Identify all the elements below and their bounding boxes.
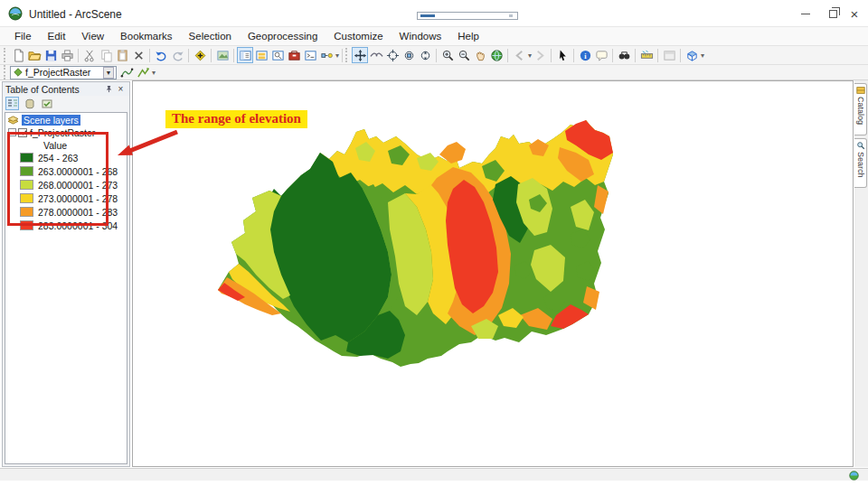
3d-view-settings-icon[interactable] xyxy=(684,47,700,63)
viewer-window-icon[interactable] xyxy=(661,47,677,63)
new-document-icon[interactable] xyxy=(10,47,26,63)
layer-dropdown-value: f_ProjectRaster xyxy=(25,67,103,78)
delete-icon[interactable] xyxy=(130,47,146,63)
arcscene-window: Untitled - ArcScene × File Edit View Boo… xyxy=(0,0,868,495)
restore-button[interactable] xyxy=(821,5,844,22)
minimize-button[interactable] xyxy=(794,5,817,22)
center-on-target-icon[interactable] xyxy=(384,47,401,63)
search-icon xyxy=(856,141,865,150)
scene-layers-item[interactable]: Scene layers xyxy=(5,114,127,126)
list-by-visibility-icon[interactable] xyxy=(40,97,53,110)
interpolate-line-icon[interactable] xyxy=(118,64,135,80)
toc-header: Table of Contents × xyxy=(3,82,129,96)
pin-icon xyxy=(105,85,113,93)
layer-icon xyxy=(13,67,24,78)
status-bar xyxy=(0,468,868,481)
catalog-icon xyxy=(856,86,865,95)
redo-icon[interactable] xyxy=(169,47,185,63)
close-panel-button[interactable]: × xyxy=(115,84,127,95)
menu-bar: File Edit View Bookmarks Selection Geopr… xyxy=(0,27,868,45)
menu-geoprocessing[interactable]: Geoprocessing xyxy=(241,29,325,43)
right-dock-strip: Catalog Search xyxy=(854,80,868,467)
previous-extent-icon[interactable] xyxy=(511,47,527,63)
dropdown-arrow-icon[interactable]: ▼ xyxy=(103,67,114,79)
menu-help[interactable]: Help xyxy=(450,29,486,43)
menu-view[interactable]: View xyxy=(74,29,111,43)
measure-icon[interactable] xyxy=(638,47,655,63)
catalog-tab-label: Catalog xyxy=(856,97,865,125)
list-by-drawing-order-icon[interactable] xyxy=(5,97,19,110)
toc-title: Table of Contents xyxy=(5,84,103,95)
menu-customize[interactable]: Customize xyxy=(326,29,390,43)
zoom-out-icon[interactable] xyxy=(456,47,472,63)
open-folder-icon[interactable] xyxy=(26,47,42,63)
toolbar-grip[interactable] xyxy=(345,48,349,62)
toc-toolbar xyxy=(3,96,129,111)
annotation-label: The range of elevation xyxy=(165,110,307,128)
print-icon[interactable] xyxy=(59,47,75,63)
toolbar-overflow-icon[interactable]: ▾ xyxy=(701,51,704,60)
zoom-in-icon[interactable] xyxy=(439,47,456,63)
search-window-icon[interactable] xyxy=(269,47,286,63)
standard-toolbar: ▾ ▾ i ▾ xyxy=(0,45,868,65)
zoom-to-target-icon[interactable] xyxy=(401,47,417,63)
pan-icon[interactable] xyxy=(472,47,488,63)
add-data-icon[interactable] xyxy=(192,47,208,63)
toolbar-overflow-icon[interactable]: ▾ xyxy=(335,51,339,60)
restore-icon xyxy=(829,10,837,18)
analyst-toolbar: f_ProjectRaster ▼ ▾ xyxy=(0,65,868,80)
menu-bookmarks[interactable]: Bookmarks xyxy=(113,29,180,43)
globe-status-icon xyxy=(849,471,859,481)
pin-button[interactable] xyxy=(103,84,115,95)
modelbuilder-icon[interactable] xyxy=(318,47,335,63)
search-tab-label: Search xyxy=(856,152,865,178)
menu-selection[interactable]: Selection xyxy=(182,29,239,43)
annotation-highlight-box xyxy=(7,132,108,226)
close-button[interactable]: × xyxy=(843,5,866,22)
paste-icon[interactable] xyxy=(114,47,130,63)
mini-toolbar-handle xyxy=(420,14,435,17)
fly-icon[interactable] xyxy=(368,47,384,63)
set-observer-icon[interactable] xyxy=(417,47,433,63)
toolbar-overflow-icon[interactable]: ▾ xyxy=(152,69,156,77)
save-icon[interactable] xyxy=(42,47,59,63)
catalog-tab[interactable]: Catalog xyxy=(854,83,867,135)
minimize-icon xyxy=(801,14,810,14)
scene-layers-label: Scene layers xyxy=(22,115,80,126)
terrain-3d-surface[interactable] xyxy=(211,98,627,378)
list-by-source-icon[interactable] xyxy=(23,97,36,110)
mini-toolbar-button xyxy=(509,14,513,17)
html-popup-icon[interactable] xyxy=(593,47,609,63)
layer-dropdown[interactable]: f_ProjectRaster ▼ xyxy=(10,66,117,79)
arcscene-app-icon xyxy=(8,6,23,21)
identify-icon[interactable]: i xyxy=(577,47,593,63)
python-window-icon[interactable] xyxy=(302,47,318,63)
search-tab[interactable]: Search xyxy=(854,138,867,188)
title-bar: Untitled - ArcScene × xyxy=(0,0,868,27)
find-icon[interactable] xyxy=(616,47,632,63)
copy-icon[interactable] xyxy=(98,47,114,63)
window-title: Untitled - ArcScene xyxy=(29,8,122,21)
select-elements-icon[interactable] xyxy=(554,47,571,63)
menu-edit[interactable]: Edit xyxy=(41,29,73,43)
navigate-icon[interactable] xyxy=(352,47,368,63)
full-extent-icon[interactable] xyxy=(488,47,505,63)
toolbar-grip[interactable] xyxy=(4,48,7,62)
scene-viewport[interactable] xyxy=(132,80,854,467)
menu-file[interactable]: File xyxy=(7,29,39,43)
steepest-path-icon[interactable] xyxy=(135,64,151,80)
undo-icon[interactable] xyxy=(153,47,169,63)
layers-group-icon xyxy=(7,115,19,125)
menu-windows[interactable]: Windows xyxy=(392,29,449,43)
toolbar-grip[interactable] xyxy=(4,65,7,79)
next-extent-icon[interactable] xyxy=(532,47,548,63)
arctoolbox-icon[interactable] xyxy=(286,47,302,63)
docked-mini-toolbar[interactable] xyxy=(417,12,518,20)
catalog-window-icon[interactable] xyxy=(253,47,269,63)
close-icon: × xyxy=(851,6,859,22)
table-of-contents-window-icon[interactable] xyxy=(237,47,253,63)
basemap-icon[interactable] xyxy=(214,47,231,63)
cut-icon[interactable] xyxy=(81,47,98,63)
close-icon: × xyxy=(118,84,124,94)
